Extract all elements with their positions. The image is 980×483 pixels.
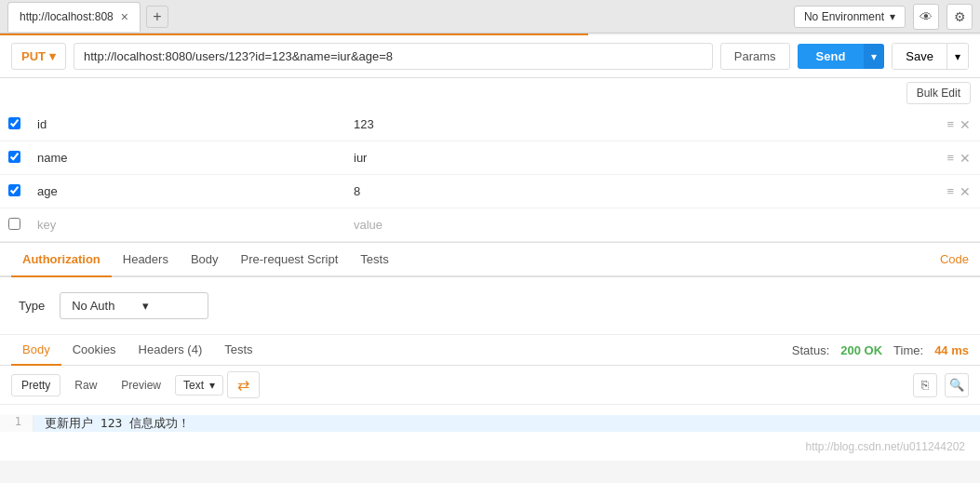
gear-icon: ⚙	[954, 9, 966, 24]
text-format-selector[interactable]: Text ▾	[175, 375, 223, 396]
search-button[interactable]: 🔍	[945, 373, 969, 397]
row-menu-icon-id[interactable]: ≡	[946, 117, 954, 131]
status-value: 200 OK	[840, 343, 882, 357]
preview-button[interactable]: Preview	[111, 374, 171, 396]
tab-body[interactable]: Body	[180, 243, 230, 277]
param-key-placeholder[interactable]: key	[28, 214, 344, 235]
response-tab-body[interactable]: Body	[11, 335, 61, 366]
params-table: Bulk Edit id 123 ≡ ✕ name iur ≡ ✕ age 8 …	[0, 78, 980, 243]
param-value-age: 8	[344, 181, 946, 202]
param-checkbox-name[interactable]	[8, 151, 20, 163]
param-value-placeholder[interactable]: value	[344, 214, 971, 235]
response-status: Status: 200 OK Time: 44 ms	[792, 343, 969, 357]
bulk-edit-button[interactable]: Bulk Edit	[906, 82, 971, 104]
row-delete-icon-name[interactable]: ✕	[960, 151, 971, 166]
response-content: 1 更新用户 123 信息成功！ http://blog.csdn.net/u0…	[0, 405, 980, 461]
row-menu-icon-name[interactable]: ≡	[946, 151, 954, 165]
text-format-chevron-icon: ▾	[209, 379, 215, 392]
method-chevron-icon: ▾	[49, 49, 56, 63]
param-value-name: iur	[344, 147, 946, 168]
raw-button[interactable]: Raw	[64, 374, 107, 396]
param-key-name: name	[28, 147, 344, 168]
send-dropdown-button[interactable]: ▾	[864, 44, 884, 69]
status-label: Status:	[792, 343, 829, 357]
eye-icon: 👁	[920, 9, 933, 24]
table-row-placeholder: key value	[0, 208, 980, 242]
save-button[interactable]: Save	[893, 44, 946, 69]
tab-pre-request-script[interactable]: Pre-request Script	[230, 243, 350, 277]
response-text: 更新用户 123 信息成功！	[34, 415, 980, 432]
response-tabs-row: Body Cookies Headers (4) Tests Status: 2…	[0, 335, 980, 366]
row-menu-icon-age[interactable]: ≡	[946, 184, 954, 198]
response-body: Pretty Raw Preview Text ▾ ⇄ ⎘ 🔍 1 更新用户 1…	[0, 366, 980, 461]
method-button[interactable]: PUT ▾	[11, 43, 66, 70]
copy-button[interactable]: ⎘	[913, 373, 937, 397]
save-dropdown-button[interactable]: ▾	[946, 44, 968, 69]
tab-add-button[interactable]: +	[146, 6, 168, 28]
time-label: Time:	[893, 343, 923, 357]
browser-tab[interactable]: http://localhost:808 ×	[7, 2, 141, 32]
params-button[interactable]: Params	[720, 43, 790, 70]
search-icon: 🔍	[949, 378, 964, 392]
copy-icon: ⎘	[921, 378, 929, 392]
method-label: PUT	[21, 49, 46, 63]
table-row: name iur ≡ ✕	[0, 141, 980, 175]
no-auth-chevron-icon: ▾	[142, 299, 149, 313]
tab-label: http://localhost:808	[20, 10, 114, 23]
auth-section: Type No Auth ▾	[0, 277, 980, 335]
env-selector[interactable]: No Environment ▾	[794, 6, 906, 28]
tab-headers[interactable]: Headers	[112, 243, 180, 277]
wrap-button[interactable]: ⇄	[227, 371, 260, 398]
gear-button[interactable]: ⚙	[946, 4, 973, 30]
pretty-button[interactable]: Pretty	[11, 374, 60, 396]
param-checkbox-age[interactable]	[8, 184, 20, 196]
text-format-label: Text	[183, 379, 204, 392]
icon-actions: ⎘ 🔍	[913, 373, 969, 397]
type-label: Type	[19, 299, 45, 313]
save-button-group: Save ▾	[892, 43, 969, 70]
param-key-age: age	[28, 181, 344, 202]
response-tab-headers[interactable]: Headers (4)	[128, 335, 214, 366]
line-number: 1	[0, 415, 34, 432]
param-key-id: id	[28, 114, 344, 135]
no-auth-label: No Auth	[72, 299, 114, 313]
no-auth-selector[interactable]: No Auth ▾	[60, 292, 208, 319]
response-format-bar: Pretty Raw Preview Text ▾ ⇄ ⎘ 🔍	[0, 366, 980, 405]
eye-button[interactable]: 👁	[913, 4, 939, 30]
env-chevron-icon: ▾	[890, 10, 895, 23]
send-button[interactable]: Send	[798, 44, 865, 69]
response-line-1: 1 更新用户 123 信息成功！	[0, 412, 980, 435]
response-tab-tests[interactable]: Tests	[213, 335, 263, 366]
row-delete-icon-id[interactable]: ✕	[960, 117, 971, 132]
send-button-group: Send ▾	[798, 44, 885, 69]
time-value: 44 ms	[934, 343, 969, 357]
code-link[interactable]: Code	[940, 252, 969, 266]
url-bar: PUT ▾ Params Send ▾ Save ▾	[0, 35, 980, 78]
request-tabs-row: Authorization Headers Body Pre-request S…	[0, 243, 980, 277]
param-checkbox-new[interactable]	[8, 218, 20, 230]
param-value-id: 123	[344, 114, 946, 135]
response-tab-cookies[interactable]: Cookies	[61, 335, 128, 366]
tab-tests[interactable]: Tests	[349, 243, 399, 277]
watermark: http://blog.csdn.net/u011244202	[806, 440, 965, 453]
tab-bar: http://localhost:808 × + No Environment …	[0, 0, 980, 34]
params-table-header: Bulk Edit	[0, 78, 980, 108]
tab-authorization[interactable]: Authorization	[11, 243, 112, 277]
url-input[interactable]	[74, 43, 713, 70]
row-delete-icon-age[interactable]: ✕	[960, 184, 971, 199]
table-row: id 123 ≡ ✕	[0, 108, 980, 141]
tab-close-icon[interactable]: ×	[121, 9, 128, 24]
param-checkbox-id[interactable]	[8, 117, 20, 129]
env-label: No Environment	[804, 10, 884, 23]
table-row: age 8 ≡ ✕	[0, 175, 980, 208]
env-bar: No Environment ▾ 👁 ⚙	[794, 4, 973, 30]
